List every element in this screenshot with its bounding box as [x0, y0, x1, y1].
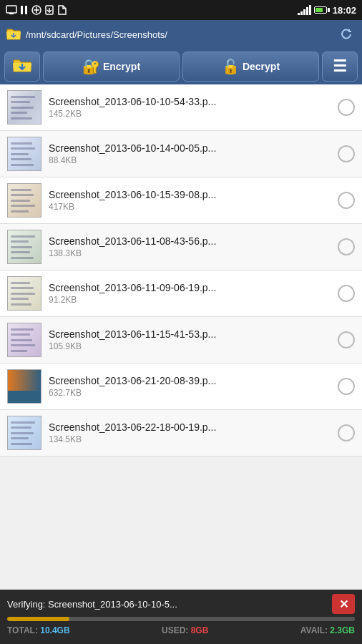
file-select-radio[interactable] — [338, 378, 355, 395]
file-icon — [57, 5, 67, 15]
svg-rect-3 — [25, 6, 27, 14]
clock: 18:02 — [333, 5, 356, 16]
list-item[interactable]: Screenshot_2013-06-11-09-06-19.p...91.2K… — [0, 270, 362, 317]
total-value: 10.4GB — [40, 625, 69, 635]
file-name: Screenshot_2013-06-11-08-43-56.p... — [49, 235, 249, 247]
file-select-radio[interactable] — [338, 285, 355, 302]
file-info: Screenshot_2013-06-21-20-08-39.p...632.7… — [49, 375, 331, 398]
decrypt-button[interactable]: 🔓 Decrypt — [182, 52, 319, 82]
file-name: Screenshot_2013-06-11-09-06-19.p... — [49, 282, 249, 293]
svg-rect-2 — [21, 6, 23, 14]
encrypt-button[interactable]: 🔐 Encrypt — [43, 52, 180, 82]
file-list: Screenshot_2013-06-10-10-54-33.p...145.2… — [0, 84, 362, 590]
add-icon — [31, 5, 41, 15]
encrypt-label: Encrypt — [103, 61, 140, 72]
file-name: Screenshot_2013-06-21-20-08-39.p... — [49, 375, 249, 386]
file-size: 145.2KB — [49, 109, 331, 119]
file-info: Screenshot_2013-06-11-15-41-53.p...105.9… — [49, 328, 331, 351]
used-label: USED: — [162, 625, 188, 635]
file-info: Screenshot_2013-06-10-14-00-05.p...88.4K… — [49, 142, 331, 165]
file-thumbnail — [7, 183, 41, 218]
file-thumbnail — [7, 137, 41, 171]
toolbar: 🔐 Encrypt 🔓 Decrypt ☰ — [0, 49, 362, 84]
file-select-radio[interactable] — [338, 424, 355, 441]
svg-rect-0 — [6, 6, 16, 13]
file-size: 417KB — [49, 202, 331, 212]
file-size: 105.9KB — [49, 341, 331, 351]
bottom-bar: Verifying: Screenshot_2013-06-10-10-5...… — [0, 590, 362, 644]
verifying-text: Verifying: Screenshot_2013-06-10-10-5... — [7, 599, 328, 610]
file-size: 632.7KB — [49, 388, 331, 398]
file-name: Screenshot_2013-06-11-15-41-53.p... — [49, 328, 249, 340]
verifying-row: Verifying: Screenshot_2013-06-10-10-5...… — [7, 594, 355, 614]
file-select-radio[interactable] — [338, 99, 355, 116]
menu-icon: ☰ — [333, 57, 347, 76]
decrypt-label: Decrypt — [243, 61, 280, 72]
file-select-radio[interactable] — [338, 238, 355, 255]
file-thumbnail — [7, 276, 41, 311]
avail-storage: AVAIL: 2.3GB — [300, 625, 355, 635]
battery-icon — [314, 6, 330, 14]
progress-fill — [7, 617, 69, 621]
file-name: Screenshot_2013-06-22-18-00-19.p... — [49, 421, 249, 433]
menu-button[interactable]: ☰ — [322, 52, 358, 82]
file-size: 91.2KB — [49, 295, 331, 305]
list-item[interactable]: Screenshot_2013-06-22-18-00-19.p...134.5… — [0, 410, 362, 457]
file-info: Screenshot_2013-06-10-10-54-33.p...145.2… — [49, 96, 331, 119]
file-info: Screenshot_2013-06-10-15-39-08.p...417KB — [49, 189, 331, 212]
signal-icon — [298, 5, 311, 15]
file-name: Screenshot_2013-06-10-14-00-05.p... — [49, 142, 249, 154]
file-size: 138.3KB — [49, 248, 331, 258]
file-thumbnail — [7, 230, 41, 264]
file-select-radio[interactable] — [338, 192, 355, 209]
total-label: TOTAL: — [7, 625, 38, 635]
list-item[interactable]: Screenshot_2013-06-10-14-00-05.p...88.4K… — [0, 131, 362, 177]
file-info: Screenshot_2013-06-11-08-43-56.p...138.3… — [49, 235, 331, 258]
status-right-icons: 18:02 — [298, 5, 356, 16]
storage-row: TOTAL: 10.4GB USED: 8GB AVAIL: 2.3GB — [7, 625, 355, 635]
avail-label: AVAIL: — [300, 625, 328, 635]
used-value: 8GB — [191, 625, 209, 635]
screen-icon — [6, 5, 17, 15]
refresh-button[interactable] — [336, 24, 356, 44]
file-select-radio[interactable] — [338, 331, 355, 348]
file-info: Screenshot_2013-06-22-18-00-19.p...134.5… — [49, 421, 331, 444]
list-item[interactable]: Screenshot_2013-06-11-15-41-53.p...105.9… — [0, 317, 362, 364]
folder-button[interactable] — [4, 52, 40, 82]
path-bar: /mnt/sdcard/Pictures/Screenshots/ — [0, 20, 362, 49]
file-name: Screenshot_2013-06-10-10-54-33.p... — [49, 96, 249, 107]
folder-icon — [6, 26, 21, 42]
encrypt-icon: 🔐 — [82, 58, 100, 75]
decrypt-icon: 🔓 — [222, 58, 240, 75]
file-select-radio[interactable] — [338, 145, 355, 162]
cancel-icon: ✕ — [339, 597, 348, 611]
file-thumbnail — [7, 323, 41, 357]
file-size: 134.5KB — [49, 434, 331, 444]
list-item[interactable]: Screenshot_2013-06-10-15-39-08.p...417KB — [0, 177, 362, 224]
used-storage: USED: 8GB — [162, 625, 208, 635]
file-thumbnail — [7, 90, 41, 125]
progress-bar — [7, 617, 355, 621]
total-storage: TOTAL: 10.4GB — [7, 625, 70, 635]
cancel-button[interactable]: ✕ — [332, 594, 355, 614]
list-item[interactable]: Screenshot_2013-06-11-08-43-56.p...138.3… — [0, 224, 362, 270]
svg-rect-1 — [9, 13, 14, 14]
file-name: Screenshot_2013-06-10-15-39-08.p... — [49, 189, 249, 200]
file-info: Screenshot_2013-06-11-09-06-19.p...91.2K… — [49, 282, 331, 305]
file-thumbnail — [7, 416, 41, 450]
file-thumbnail — [7, 369, 41, 404]
file-size: 88.4KB — [49, 155, 331, 165]
download-icon — [44, 5, 54, 15]
status-bar: 18:02 — [0, 0, 362, 20]
avail-value: 2.3GB — [330, 625, 355, 635]
path-text: /mnt/sdcard/Pictures/Screenshots/ — [26, 29, 332, 40]
pause-icon — [20, 5, 29, 15]
list-item[interactable]: Screenshot_2013-06-21-20-08-39.p...632.7… — [0, 364, 362, 410]
status-left-icons — [6, 5, 67, 15]
list-item[interactable]: Screenshot_2013-06-10-10-54-33.p...145.2… — [0, 84, 362, 131]
folder-toolbar-icon — [12, 57, 32, 77]
